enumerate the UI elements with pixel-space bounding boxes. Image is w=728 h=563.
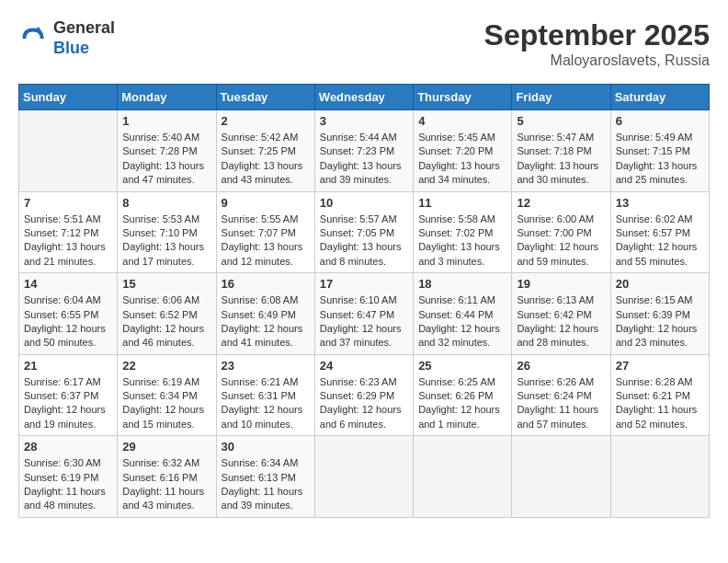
- day-cell: 20 Sunrise: 6:15 AMSunset: 6:39 PMDaylig…: [610, 273, 709, 355]
- day-number: 2: [222, 114, 310, 128]
- day-cell: 4 Sunrise: 5:45 AMSunset: 7:20 PMDayligh…: [414, 110, 512, 192]
- column-header-monday: Monday: [118, 85, 216, 110]
- day-info: Sunrise: 6:10 AMSunset: 6:47 PMDaylight:…: [320, 293, 408, 350]
- day-cell: 5 Sunrise: 5:47 AMSunset: 7:18 PMDayligh…: [512, 110, 610, 192]
- day-cell: 12 Sunrise: 6:00 AMSunset: 7:00 PMDaylig…: [512, 191, 610, 273]
- day-number: 29: [122, 440, 210, 454]
- day-number: 12: [517, 196, 605, 210]
- column-header-friday: Friday: [512, 85, 610, 110]
- day-number: 26: [517, 359, 605, 373]
- week-row-4: 21 Sunrise: 6:17 AMSunset: 6:37 PMDaylig…: [19, 354, 710, 436]
- title-block: September 2025 Maloyaroslavets, Russia: [484, 18, 710, 69]
- day-cell: 19 Sunrise: 6:13 AMSunset: 6:42 PMDaylig…: [512, 273, 610, 355]
- day-number: 11: [418, 196, 506, 210]
- week-row-1: 1 Sunrise: 5:40 AMSunset: 7:28 PMDayligh…: [19, 110, 710, 192]
- day-info: Sunrise: 6:30 AMSunset: 6:19 PMDaylight:…: [24, 456, 112, 513]
- day-cell: 18 Sunrise: 6:11 AMSunset: 6:44 PMDaylig…: [414, 273, 512, 355]
- day-cell: 6 Sunrise: 5:49 AMSunset: 7:15 PMDayligh…: [610, 110, 709, 192]
- day-info: Sunrise: 6:23 AMSunset: 6:29 PMDaylight:…: [320, 375, 408, 432]
- day-info: Sunrise: 5:40 AMSunset: 7:28 PMDaylight:…: [122, 131, 210, 188]
- day-info: Sunrise: 6:06 AMSunset: 6:52 PMDaylight:…: [122, 293, 210, 350]
- day-info: Sunrise: 6:04 AMSunset: 6:55 PMDaylight:…: [24, 293, 112, 350]
- day-info: Sunrise: 5:53 AMSunset: 7:10 PMDaylight:…: [122, 213, 210, 270]
- column-header-wednesday: Wednesday: [314, 85, 413, 110]
- logo-icon: [18, 24, 48, 53]
- page-header: General Blue September 2025 Maloyaroslav…: [18, 18, 710, 69]
- logo-blue: Blue: [53, 39, 89, 57]
- day-cell: 28 Sunrise: 6:30 AMSunset: 6:19 PMDaylig…: [19, 436, 118, 518]
- day-number: 19: [517, 277, 605, 291]
- day-info: Sunrise: 6:26 AMSunset: 6:24 PMDaylight:…: [517, 375, 605, 432]
- day-info: Sunrise: 6:32 AMSunset: 6:16 PMDaylight:…: [122, 456, 210, 513]
- day-info: Sunrise: 5:58 AMSunset: 7:02 PMDaylight:…: [418, 213, 506, 270]
- day-number: 21: [24, 359, 112, 373]
- day-number: 7: [24, 196, 112, 210]
- day-number: 8: [122, 196, 210, 210]
- day-cell: 2 Sunrise: 5:42 AMSunset: 7:25 PMDayligh…: [216, 110, 314, 192]
- day-cell: 3 Sunrise: 5:44 AMSunset: 7:23 PMDayligh…: [314, 110, 413, 192]
- month-title: September 2025: [484, 18, 710, 52]
- day-info: Sunrise: 6:00 AMSunset: 7:00 PMDaylight:…: [517, 213, 605, 270]
- day-cell: 24 Sunrise: 6:23 AMSunset: 6:29 PMDaylig…: [314, 354, 413, 436]
- day-cell: [512, 436, 610, 518]
- day-info: Sunrise: 5:45 AMSunset: 7:20 PMDaylight:…: [418, 131, 506, 188]
- day-cell: [414, 436, 512, 518]
- day-number: 20: [616, 277, 704, 291]
- day-number: 10: [320, 196, 408, 210]
- logo: General Blue: [18, 18, 115, 58]
- day-number: 28: [24, 440, 112, 454]
- day-cell: [19, 110, 118, 192]
- day-number: 15: [122, 277, 210, 291]
- day-number: 6: [616, 114, 704, 128]
- day-info: Sunrise: 6:25 AMSunset: 6:26 PMDaylight:…: [418, 375, 506, 432]
- location: Maloyaroslavets, Russia: [484, 52, 710, 69]
- day-cell: 22 Sunrise: 6:19 AMSunset: 6:34 PMDaylig…: [118, 354, 216, 436]
- day-number: 1: [122, 114, 210, 128]
- day-number: 16: [222, 277, 310, 291]
- day-number: 9: [222, 196, 310, 210]
- day-number: 30: [222, 440, 310, 454]
- day-cell: 9 Sunrise: 5:55 AMSunset: 7:07 PMDayligh…: [216, 191, 314, 273]
- day-number: 3: [320, 114, 408, 128]
- day-number: 24: [320, 359, 408, 373]
- day-cell: 29 Sunrise: 6:32 AMSunset: 6:16 PMDaylig…: [118, 436, 216, 518]
- day-info: Sunrise: 6:11 AMSunset: 6:44 PMDaylight:…: [418, 293, 506, 350]
- day-info: Sunrise: 6:21 AMSunset: 6:31 PMDaylight:…: [222, 375, 310, 432]
- day-info: Sunrise: 5:47 AMSunset: 7:18 PMDaylight:…: [517, 131, 605, 188]
- column-header-thursday: Thursday: [414, 85, 512, 110]
- day-info: Sunrise: 5:44 AMSunset: 7:23 PMDaylight:…: [320, 131, 408, 188]
- logo-text: General Blue: [53, 18, 115, 58]
- day-cell: 16 Sunrise: 6:08 AMSunset: 6:49 PMDaylig…: [216, 273, 314, 355]
- day-number: 23: [222, 359, 310, 373]
- day-info: Sunrise: 6:17 AMSunset: 6:37 PMDaylight:…: [24, 375, 112, 432]
- day-number: 27: [616, 359, 704, 373]
- day-cell: 8 Sunrise: 5:53 AMSunset: 7:10 PMDayligh…: [118, 191, 216, 273]
- logo-general: General: [53, 18, 115, 37]
- day-number: 18: [418, 277, 506, 291]
- day-cell: 10 Sunrise: 5:57 AMSunset: 7:05 PMDaylig…: [314, 191, 413, 273]
- day-info: Sunrise: 6:28 AMSunset: 6:21 PMDaylight:…: [616, 375, 704, 432]
- day-cell: 11 Sunrise: 5:58 AMSunset: 7:02 PMDaylig…: [414, 191, 512, 273]
- day-cell: 1 Sunrise: 5:40 AMSunset: 7:28 PMDayligh…: [118, 110, 216, 192]
- day-info: Sunrise: 5:49 AMSunset: 7:15 PMDaylight:…: [616, 131, 704, 188]
- day-cell: [610, 436, 709, 518]
- header-row: SundayMondayTuesdayWednesdayThursdayFrid…: [19, 85, 710, 110]
- day-cell: 14 Sunrise: 6:04 AMSunset: 6:55 PMDaylig…: [19, 273, 118, 355]
- day-number: 25: [418, 359, 506, 373]
- day-info: Sunrise: 6:15 AMSunset: 6:39 PMDaylight:…: [616, 293, 704, 350]
- day-info: Sunrise: 6:19 AMSunset: 6:34 PMDaylight:…: [122, 375, 210, 432]
- day-info: Sunrise: 6:34 AMSunset: 6:13 PMDaylight:…: [222, 456, 310, 513]
- day-cell: 27 Sunrise: 6:28 AMSunset: 6:21 PMDaylig…: [610, 354, 709, 436]
- day-cell: 15 Sunrise: 6:06 AMSunset: 6:52 PMDaylig…: [118, 273, 216, 355]
- week-row-5: 28 Sunrise: 6:30 AMSunset: 6:19 PMDaylig…: [19, 436, 710, 518]
- day-cell: 25 Sunrise: 6:25 AMSunset: 6:26 PMDaylig…: [414, 354, 512, 436]
- day-info: Sunrise: 6:08 AMSunset: 6:49 PMDaylight:…: [222, 293, 310, 350]
- week-row-2: 7 Sunrise: 5:51 AMSunset: 7:12 PMDayligh…: [19, 191, 710, 273]
- calendar-table: SundayMondayTuesdayWednesdayThursdayFrid…: [18, 84, 710, 518]
- day-info: Sunrise: 5:57 AMSunset: 7:05 PMDaylight:…: [320, 213, 408, 270]
- day-info: Sunrise: 6:13 AMSunset: 6:42 PMDaylight:…: [517, 293, 605, 350]
- day-cell: 26 Sunrise: 6:26 AMSunset: 6:24 PMDaylig…: [512, 354, 610, 436]
- day-cell: 30 Sunrise: 6:34 AMSunset: 6:13 PMDaylig…: [216, 436, 314, 518]
- day-cell: [314, 436, 413, 518]
- day-info: Sunrise: 5:55 AMSunset: 7:07 PMDaylight:…: [222, 213, 310, 270]
